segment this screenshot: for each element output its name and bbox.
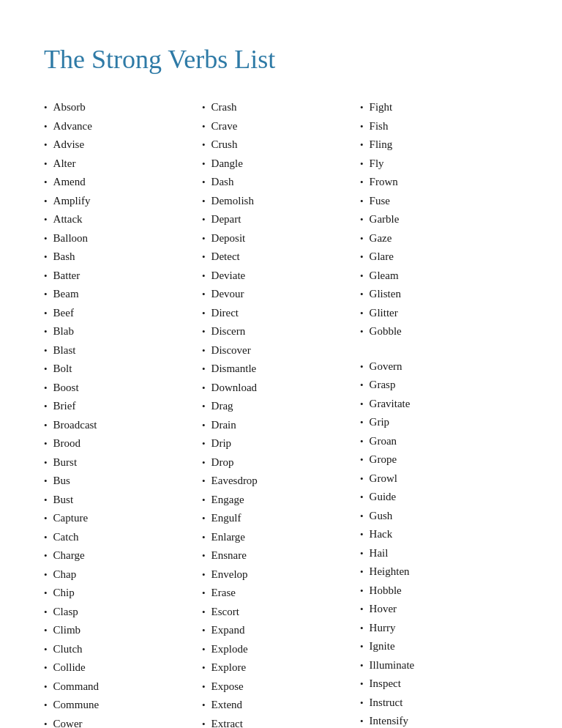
list-item: Detect — [202, 248, 353, 267]
list-item: Gaze — [360, 229, 511, 248]
list-item: Inspect — [360, 675, 511, 694]
list-item: Drop — [202, 453, 353, 472]
list-item: Hobble — [360, 582, 511, 601]
list-item: Growl — [360, 469, 511, 489]
list-item: Hail — [360, 544, 511, 563]
list-item: Gobble — [360, 322, 511, 341]
page-title: The Strong Verbs List — [44, 44, 518, 75]
list-item: Chip — [44, 584, 195, 603]
list-item: Command — [44, 677, 195, 697]
list-item: Instruct — [360, 694, 511, 713]
list-1: AbsorbAdvanceAdviseAlterAmendAmplifyAtta… — [44, 98, 195, 728]
list-item: Beam — [44, 285, 195, 304]
list-item: Fish — [360, 117, 511, 136]
list-item: Bus — [44, 472, 195, 491]
list-item: Deposit — [202, 229, 353, 248]
list-item: Advance — [44, 117, 195, 136]
list-item: Escort — [202, 603, 353, 622]
list-item: Ignite — [360, 637, 511, 656]
list-item: Drip — [202, 434, 353, 453]
list-item: Blab — [44, 322, 195, 341]
list-item: Heighten — [360, 562, 511, 582]
list-item: Dismantle — [202, 360, 353, 379]
list-3: FightFishFlingFlyFrownFuseGarbleGazeGlar… — [360, 98, 511, 728]
list-item: Demolish — [202, 192, 353, 211]
list-item: Clutch — [44, 640, 195, 659]
list-item: Beef — [44, 304, 195, 323]
list-item: Burst — [44, 453, 195, 472]
list-item: Guide — [360, 488, 511, 507]
list-item: Bust — [44, 491, 195, 510]
list-item: Extract — [202, 715, 353, 729]
list-item: Broadcast — [44, 416, 195, 435]
list-item: Clasp — [44, 603, 195, 622]
list-item: Capture — [44, 509, 195, 528]
list-item: Bash — [44, 248, 195, 267]
list-item: Expose — [202, 677, 353, 697]
list-item: Cower — [44, 715, 195, 729]
list-item: Gravitate — [360, 395, 511, 414]
list-item: Crush — [202, 135, 353, 155]
list-item: Commune — [44, 696, 195, 715]
list-item: Brief — [44, 397, 195, 416]
list-item: Explode — [202, 640, 353, 659]
list-item: Extend — [202, 696, 353, 715]
list-item: Govern — [360, 357, 511, 376]
list-item: Climb — [44, 621, 195, 640]
list-item: Engulf — [202, 509, 353, 528]
list-item: Chap — [44, 565, 195, 584]
list-item: Eavesdrop — [202, 472, 353, 491]
list-item: Illuminate — [360, 656, 511, 675]
list-item: Catch — [44, 528, 195, 547]
list-item: Envelop — [202, 565, 353, 584]
list-item: Amplify — [44, 192, 195, 211]
list-item: Groan — [360, 432, 511, 451]
list-item: Ensnare — [202, 546, 353, 565]
list-item: Discover — [202, 341, 353, 360]
list-2: CrashCraveCrushDangleDashDemolishDepartD… — [202, 98, 353, 728]
list-item: Glitter — [360, 304, 511, 323]
column-2: CrashCraveCrushDangleDashDemolishDepartD… — [202, 98, 360, 728]
list-item: Discern — [202, 322, 353, 341]
list-item: Boost — [44, 379, 195, 398]
list-item: Frown — [360, 173, 511, 192]
list-item: Bolt — [44, 360, 195, 379]
list-item: Dangle — [202, 155, 353, 174]
list-item: Garble — [360, 210, 511, 229]
list-item: Collide — [44, 658, 195, 677]
list-item: Drain — [202, 416, 353, 435]
list-item: Alter — [44, 155, 195, 174]
list-item: Fight — [360, 98, 511, 117]
list-item: Dash — [202, 173, 353, 192]
list-item: Grope — [360, 450, 511, 469]
list-item: Drag — [202, 397, 353, 416]
list-item: Attack — [44, 210, 195, 229]
list-item: Gleam — [360, 267, 511, 286]
list-item: Deviate — [202, 267, 353, 286]
list-item: Blast — [44, 341, 195, 360]
list-item: Balloon — [44, 229, 195, 248]
list-item: Crash — [202, 98, 353, 117]
columns-container: AbsorbAdvanceAdviseAlterAmendAmplifyAtta… — [44, 98, 518, 728]
list-item: Explore — [202, 658, 353, 677]
list-item: Direct — [202, 304, 353, 323]
list-item: Glisten — [360, 285, 511, 304]
list-item: Depart — [202, 210, 353, 229]
list-item: Hurry — [360, 619, 511, 638]
list-item: Intensify — [360, 712, 511, 728]
list-item: Devour — [202, 285, 353, 304]
list-item: Hack — [360, 525, 511, 544]
list-item: Hover — [360, 600, 511, 619]
list-item: Engage — [202, 491, 353, 510]
list-item: Gush — [360, 507, 511, 526]
list-item: Fly — [360, 155, 511, 174]
list-item: Fling — [360, 135, 511, 155]
list-item: Download — [202, 379, 353, 398]
list-item: Expand — [202, 621, 353, 640]
list-item: Glare — [360, 248, 511, 267]
list-item: Advise — [44, 135, 195, 155]
list-item: Brood — [44, 434, 195, 453]
list-item: Crave — [202, 117, 353, 136]
column-3: FightFishFlingFlyFrownFuseGarbleGazeGlar… — [360, 98, 518, 728]
list-item: Erase — [202, 584, 353, 603]
